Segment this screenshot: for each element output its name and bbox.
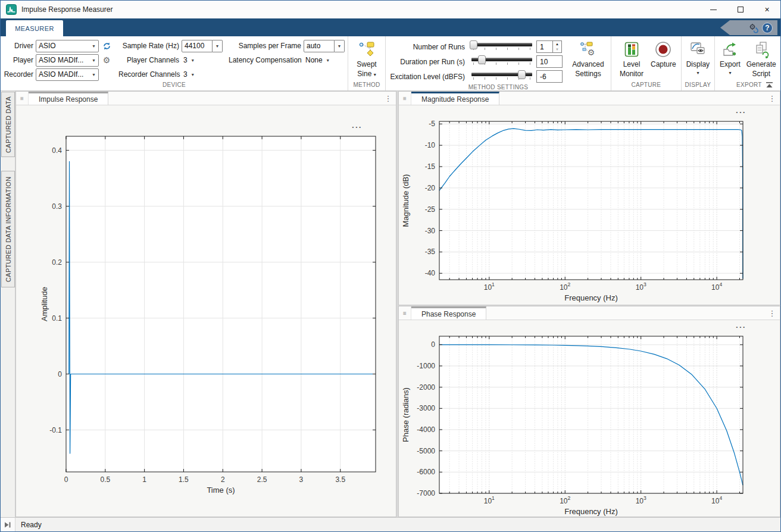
generate-script-icon [752,39,770,60]
player-channels-dropdown[interactable]: 3 ▾ [182,56,194,64]
minimize-button[interactable] [700,1,727,18]
impulse-panel-tabbar: ≡ Impulse Response ⋮ [16,92,396,105]
group-label-method-settings: METHOD SETTINGS [389,84,608,90]
svg-text:104: 104 [711,281,722,292]
help-icon[interactable]: ? [762,23,773,33]
ribbon-tab-strip: MEASURER ? [1,18,780,36]
axes-toolbar-ellipsis[interactable]: ••• [736,324,746,330]
chevron-down-icon[interactable]: ▾ [213,40,223,52]
swept-sine-button[interactable]: Swept Sine ▾ [351,38,382,79]
level-monitor-icon [623,39,640,60]
panel-options-icon[interactable]: ⋮ [380,92,396,105]
svg-text:0.1: 0.1 [52,314,62,323]
status-bar: Ready [1,517,780,531]
spinner-down-icon[interactable]: ▼ [553,47,561,53]
chevron-down-icon: ▾ [89,43,98,49]
maximize-button[interactable] [727,1,754,18]
slider-thumb[interactable] [518,70,526,79]
duration-per-run-label: Duration per Run (s) [389,54,467,69]
chevron-down-icon[interactable]: ▾ [335,40,345,52]
svg-text:-7000: -7000 [417,489,435,497]
ribbon-group-device: Driver ASIO ▾ Player [1,36,348,90]
panel-menu-icon[interactable]: ≡ [16,92,29,105]
ribbon-group-capture: Level Monitor Capture CAPTURE [611,36,682,90]
svg-text:Frequency (Hz): Frequency (Hz) [564,507,618,516]
capture-button[interactable]: Capture [649,38,678,70]
impulse-response-chart[interactable]: -0.100.10.20.30.400.511.522.533.5Time (s… [16,105,396,518]
group-label-method: METHOD [351,82,382,90]
svg-text:-40: -40 [425,269,436,277]
sidebar-item-captured-data[interactable]: CAPTURED DATA [1,92,15,157]
tab-impulse-response[interactable]: Impulse Response [29,92,108,105]
slider-thumb[interactable] [470,40,477,49]
svg-text:-3000: -3000 [417,404,435,412]
refresh-devices-icon[interactable] [101,40,113,52]
display-button[interactable]: Display ▾ [685,38,711,77]
window-title: Impulse Response Measurer [21,5,113,14]
svg-text:0.5: 0.5 [100,475,110,484]
swept-sine-icon [358,39,376,60]
svg-text:104: 104 [711,495,722,505]
svg-text:-6000: -6000 [417,468,435,476]
level-monitor-button[interactable]: Level Monitor [614,38,649,79]
panel-options-icon[interactable]: ⋮ [764,92,780,105]
phase-response-chart[interactable]: 0-1000-2000-3000-4000-5000-6000-70001011… [399,320,780,518]
title-bar: Impulse Response Measurer × [1,1,780,18]
driver-dropdown[interactable]: ASIO ▾ [36,40,99,52]
panel-options-icon[interactable]: ⋮ [764,306,780,320]
phase-panel-tabbar: ≡ Phase Response ⋮ [399,306,780,320]
spinner-up-icon[interactable]: ▲ [553,41,561,47]
phase-response-panel: ≡ Phase Response ⋮ ••• 0-1000-2000-3000-… [398,306,780,517]
duration-per-run-slider[interactable] [471,54,532,69]
svg-text:0: 0 [58,370,62,378]
display-icon [689,39,707,60]
group-label-device: DEVICE [4,82,345,90]
number-of-runs-slider[interactable] [471,39,532,54]
player-dropdown[interactable]: ASIO MADIf... ▾ [36,54,99,67]
chevron-down-icon: ▾ [729,70,731,76]
preferences-sync-icon[interactable] [748,23,758,33]
generate-script-button[interactable]: Generate Script [742,38,780,79]
svg-text:-5000: -5000 [417,447,435,455]
svg-text:-1000: -1000 [417,362,435,370]
slider-thumb[interactable] [478,55,486,64]
status-expand-icon[interactable] [1,518,15,531]
svg-text:-15: -15 [425,162,436,171]
close-button[interactable]: × [754,1,780,18]
svg-text:1.5: 1.5 [179,475,189,484]
advanced-settings-button[interactable]: ⚙ Advanced Settings [568,38,608,79]
main-area: CAPTURED DATA CAPTURED DATA INFORMATION … [1,91,780,517]
svg-text:-20: -20 [425,184,436,192]
device-settings-icon[interactable]: ⚙ [101,54,113,66]
svg-text:101: 101 [484,495,495,505]
axes-toolbar-ellipsis[interactable]: ••• [352,124,363,130]
number-of-runs-spinner[interactable]: 1 ▲▼ [536,40,563,53]
export-button[interactable]: Export ▾ [718,38,742,77]
sample-rate-combobox[interactable]: 44100 ▾ [182,40,223,52]
duration-per-run-field[interactable]: 10 [536,55,563,68]
ribbon-group-method-settings: Number of Runs 1 ▲▼ Duration per Run (s) [386,36,611,90]
svg-text:2: 2 [221,475,225,484]
panel-menu-icon[interactable]: ≡ [399,306,411,320]
chevron-down-icon: ▾ [327,58,329,63]
magnitude-response-chart[interactable]: -40-35-30-25-20-15-10-5101102103104Frequ… [399,105,780,304]
group-label-display: DISPLAY [685,82,711,90]
samples-per-frame-combobox[interactable]: auto ▾ [304,40,345,52]
tab-magnitude-response[interactable]: Magnitude Response [411,92,499,105]
left-dock-rail: CAPTURED DATA CAPTURED DATA INFORMATION [1,91,15,517]
axes-toolbar-ellipsis[interactable]: ••• [736,109,746,115]
collapse-ribbon-icon[interactable] [764,80,774,89]
excitation-level-label: Excitation Level (dBFS) [389,69,467,84]
svg-text:101: 101 [484,281,495,292]
latency-compensation-dropdown[interactable]: None ▾ [304,56,329,64]
recorder-channels-dropdown[interactable]: 3 ▾ [182,70,194,79]
magnitude-response-panel: ≡ Magnitude Response ⋮ ••• -40-35-30-25-… [398,91,780,305]
excitation-level-field[interactable]: -6 [536,70,563,83]
panel-menu-icon[interactable]: ≡ [399,92,411,105]
svg-text:-5: -5 [429,120,435,128]
sidebar-item-captured-data-information[interactable]: CAPTURED DATA INFORMATION [1,171,15,287]
excitation-level-slider[interactable] [471,69,532,84]
tab-phase-response[interactable]: Phase Response [411,306,486,320]
tab-measurer[interactable]: MEASURER [6,20,63,36]
recorder-dropdown[interactable]: ASIO MADIf... ▾ [36,68,99,81]
